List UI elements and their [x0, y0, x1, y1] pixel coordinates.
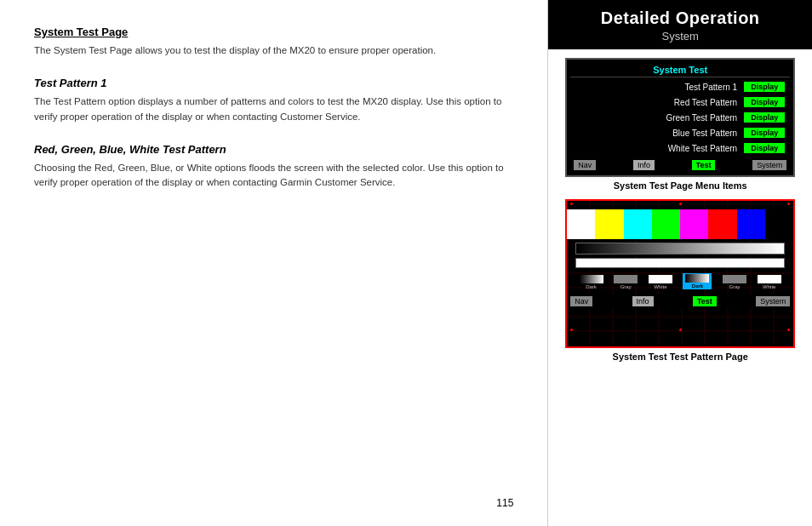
header-block: Detailed Operation System: [548, 0, 812, 49]
nav-system[interactable]: System: [752, 160, 786, 170]
pattern-nav-test[interactable]: Test: [693, 296, 717, 306]
menu-figure: System Test Test Pattern 1 Display Red T…: [565, 58, 795, 177]
pattern-nav-system[interactable]: System: [756, 296, 790, 306]
header-subtitle: System: [548, 30, 812, 43]
white-bar: [575, 258, 785, 268]
right-panel: Detailed Operation System System Test Te…: [548, 0, 812, 526]
section2-body: The Test Pattern option displays a numbe…: [34, 94, 513, 124]
bar-g4: [685, 274, 709, 283]
figures-area: System Test Test Pattern 1 Display Red T…: [548, 49, 812, 370]
figure2-caption: System Test Test Pattern Page: [613, 352, 748, 362]
menu-row-2-label: Green Test Pattern: [575, 113, 737, 123]
bar-black: [765, 209, 793, 239]
section3-block: Red, Green, Blue, White Test Pattern Cho…: [34, 143, 513, 191]
menu-row-0-label: Test Pattern 1: [575, 83, 737, 92]
dot-br: [787, 329, 790, 331]
dot-bm: [679, 329, 682, 331]
menu-row-4-label: White Test Pattern: [575, 144, 737, 153]
small-bars-row: Dark Gray White Dark: [567, 270, 793, 291]
dot-row-bottom: [567, 329, 793, 331]
figure1-caption: System Test Page Menu Items: [614, 180, 747, 191]
figure1-container: System Test Test Pattern 1 Display Red T…: [558, 58, 802, 191]
bar-g2: [614, 275, 638, 283]
bar-group-4-hl: Dark: [683, 273, 712, 289]
pattern-figure: Dark Gray White Dark: [565, 199, 795, 348]
menu-row-1-label: Red Test Pattern: [575, 98, 737, 107]
menu-row-3: Blue Test Pattern Display: [570, 126, 790, 140]
section1-title: System Test Page: [34, 26, 513, 38]
bar-g6: [758, 275, 781, 283]
bar-green: [652, 209, 680, 239]
bar-yellow: [595, 209, 623, 239]
menu-row-4: White Test Pattern Display: [570, 141, 790, 155]
menu-row-1-btn[interactable]: Display: [744, 97, 785, 107]
bar-g5-label: Gray: [729, 284, 741, 289]
nav-nav[interactable]: Nav: [574, 160, 596, 170]
bar-group-2: Gray: [614, 275, 638, 289]
menu-row-4-btn[interactable]: Display: [744, 143, 785, 153]
section1-body: The System Test Page allows you to test …: [34, 43, 513, 58]
bar-g6-label: White: [763, 284, 775, 289]
bar-white: [567, 209, 595, 239]
menu-figure-title: System Test: [570, 63, 790, 77]
menu-nav-bar: Nav Info Test System: [570, 158, 790, 172]
nav-info[interactable]: Info: [633, 160, 655, 170]
bar-cyan: [624, 209, 652, 239]
bar-group-1: Dark: [580, 275, 603, 289]
menu-row-3-btn[interactable]: Display: [744, 128, 785, 138]
page-number: 115: [496, 497, 513, 509]
bar-group-6: White: [758, 275, 781, 289]
bar-group-3: White: [649, 275, 672, 289]
figure2-container: Dark Gray White Dark: [558, 199, 802, 362]
menu-row-0-btn[interactable]: Display: [744, 82, 785, 92]
gray-gradient-bar: [575, 243, 785, 254]
section3-body: Choosing the Red, Green, Blue, or White …: [34, 161, 513, 191]
menu-row-3-label: Blue Test Pattern: [575, 129, 737, 138]
bar-g3: [649, 275, 672, 283]
bar-g3-label: White: [654, 284, 666, 289]
nav-test[interactable]: Test: [692, 160, 716, 170]
bar-g1: [580, 275, 603, 283]
section2-block: Test Pattern 1 The Test Pattern option d…: [34, 77, 513, 124]
section1-block: System Test Page The System Test Page al…: [34, 26, 513, 58]
section2-title: Test Pattern 1: [34, 77, 513, 89]
left-panel: System Test Page The System Test Page al…: [0, 0, 547, 526]
bar-g5: [723, 275, 746, 283]
section3-title: Red, Green, Blue, White Test Pattern: [34, 143, 513, 156]
menu-row-1: Red Test Pattern Display: [570, 95, 790, 109]
bar-group-5: Gray: [723, 275, 746, 289]
header-title: Detailed Operation: [548, 9, 812, 28]
menu-row-0: Test Pattern 1 Display: [570, 80, 790, 94]
pattern-nav-bar: Nav Info Test System: [567, 294, 793, 308]
bar-g1-label: Dark: [586, 284, 597, 289]
bar-blue: [737, 209, 765, 239]
dot-bl: [570, 329, 573, 331]
color-bars: [567, 209, 793, 239]
bar-g2-label: Gray: [620, 284, 632, 289]
bar-magenta: [680, 209, 708, 239]
menu-row-2-btn[interactable]: Display: [744, 112, 785, 123]
pattern-nav-info[interactable]: Info: [632, 296, 654, 306]
bar-g4-label: Dark: [692, 283, 703, 289]
menu-row-2: Green Test Pattern Display: [570, 111, 790, 124]
pattern-nav-nav[interactable]: Nav: [570, 296, 592, 306]
bar-red: [708, 209, 736, 239]
